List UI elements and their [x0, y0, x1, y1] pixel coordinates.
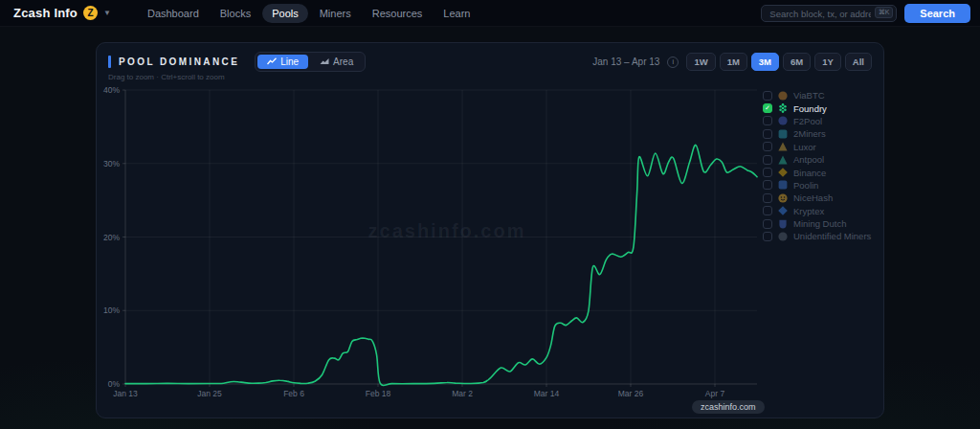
info-icon[interactable]: i: [667, 56, 679, 68]
legend-item-unidentified-miners[interactable]: Unidentified Miners: [763, 230, 876, 242]
chart-type-toggle: LineArea: [255, 52, 366, 72]
chevron-down-icon: ▼: [103, 9, 111, 17]
range-button-1m[interactable]: 1M: [720, 53, 747, 71]
checkbox-unchecked[interactable]: [763, 116, 772, 125]
legend-label: Poolin: [793, 180, 818, 191]
accent-bar: [108, 56, 111, 68]
svg-text:Mar 2: Mar 2: [452, 389, 473, 398]
legend-label: F2Pool: [793, 116, 822, 126]
legend-label: Kryptex: [793, 206, 824, 216]
poolin-icon: [778, 180, 788, 190]
svg-text:0%: 0%: [108, 379, 121, 389]
checkbox-checked[interactable]: ✓: [763, 103, 772, 113]
pool-legend: ViaBTC✓FoundryF2Pool2MinersLuxorAntpoolB…: [763, 89, 876, 243]
range-button-1y[interactable]: 1Y: [814, 53, 841, 71]
svg-text:Mar 14: Mar 14: [534, 389, 560, 398]
legend-label: 2Miners: [793, 128, 826, 139]
legend-label: Antpool: [793, 154, 824, 165]
brand[interactable]: Zcash Info Z ▼: [13, 6, 111, 20]
checkbox-unchecked[interactable]: [763, 91, 772, 101]
svg-text:zcashinfo.com: zcashinfo.com: [368, 220, 526, 241]
mining-dutch-icon: [778, 219, 788, 229]
svg-text:Feb 18: Feb 18: [366, 389, 391, 398]
svg-text:30%: 30%: [103, 159, 120, 169]
checkbox-unchecked[interactable]: [763, 142, 772, 151]
2miners-icon: [778, 129, 788, 139]
checkbox-unchecked[interactable]: [763, 219, 772, 229]
svg-text:Apr 7: Apr 7: [705, 389, 725, 398]
date-range-label: Jan 13 – Apr 13: [592, 56, 659, 67]
area-icon: [320, 56, 329, 67]
kryptex-icon: [778, 206, 788, 215]
svg-text:Mar 26: Mar 26: [618, 389, 644, 398]
legend-label: Luxor: [793, 142, 816, 152]
legend-label: Foundry: [793, 103, 827, 114]
card-title: POOL DOMINANCE: [119, 56, 239, 67]
site-watermark-badge: zcashinfo.com: [692, 400, 765, 414]
legend-item-nicehash[interactable]: NiceHash: [763, 192, 876, 204]
toggle-area-button[interactable]: Area: [310, 55, 363, 69]
brand-name: Zcash Info: [13, 6, 78, 20]
svg-text:40%: 40%: [103, 85, 120, 95]
foundry-icon: [778, 103, 788, 113]
legend-item-2miners[interactable]: 2Miners: [763, 127, 876, 140]
legend-item-mining-dutch[interactable]: Mining Dutch: [763, 217, 876, 230]
toggle-line-button[interactable]: Line: [257, 55, 308, 69]
checkbox-unchecked[interactable]: [763, 129, 772, 139]
nav-item-learn[interactable]: Learn: [434, 4, 479, 23]
legend-item-binance[interactable]: Binance: [763, 166, 876, 178]
legend-item-kryptex[interactable]: Kryptex: [763, 205, 876, 217]
binance-icon: [778, 168, 788, 177]
checkbox-unchecked[interactable]: [763, 180, 772, 190]
legend-label: Unidentified Miners: [793, 231, 871, 241]
legend-label: Mining Dutch: [793, 218, 846, 229]
range-button-6m[interactable]: 6M: [783, 53, 811, 71]
nicehash-icon: [778, 193, 788, 203]
legend-item-f2pool[interactable]: F2Pool: [763, 115, 876, 127]
legend-item-luxor[interactable]: Luxor: [763, 141, 876, 153]
keyboard-shortcut-badge: ⌘K: [875, 7, 894, 18]
pool-dominance-chart[interactable]: 0%10%20%30%40%Jan 13Jan 25Feb 6Feb 18Mar…: [97, 81, 872, 417]
svg-text:10%: 10%: [103, 305, 120, 315]
search-wrap: ⌘K: [761, 4, 897, 23]
topbar-right: ⌘K Search: [761, 4, 970, 23]
legend-label: Binance: [793, 168, 826, 178]
main-nav: DashboardBlocksPoolsMinersResourcesLearn: [138, 4, 480, 23]
search-button[interactable]: Search: [904, 4, 970, 23]
line-icon: [267, 56, 277, 67]
legend-label: ViaBTC: [793, 90, 825, 101]
checkbox-unchecked[interactable]: [763, 155, 772, 165]
nav-item-miners[interactable]: Miners: [310, 4, 361, 23]
svg-text:Jan 25: Jan 25: [197, 389, 222, 398]
checkbox-unchecked[interactable]: [763, 168, 772, 177]
zoom-hint-text: Drag to zoom · Ctrl+scroll to zoom: [108, 73, 225, 81]
luxor-icon: [778, 142, 788, 151]
checkbox-unchecked[interactable]: [763, 232, 772, 241]
zcash-coin-icon: Z: [83, 6, 98, 20]
unidentified-miners-icon: [778, 232, 788, 241]
pool-dominance-card: POOL DOMINANCE LineArea Jan 13 – Apr 13 …: [96, 42, 884, 418]
legend-item-antpool[interactable]: Antpool: [763, 153, 876, 166]
svg-text:Jan 13: Jan 13: [113, 389, 138, 398]
checkbox-unchecked[interactable]: [763, 206, 772, 215]
antpool-icon: [778, 155, 788, 165]
range-button-1w[interactable]: 1W: [686, 53, 715, 71]
svg-text:Feb 6: Feb 6: [283, 389, 304, 398]
nav-item-blocks[interactable]: Blocks: [211, 4, 260, 23]
legend-item-poolin[interactable]: Poolin: [763, 179, 876, 192]
top-navigation-bar: Zcash Info Z ▼ DashboardBlocksPoolsMiner…: [0, 0, 980, 27]
legend-item-foundry[interactable]: ✓Foundry: [763, 102, 876, 114]
nav-item-resources[interactable]: Resources: [363, 4, 433, 23]
nav-item-dashboard[interactable]: Dashboard: [138, 4, 209, 23]
f2pool-icon: [778, 116, 788, 125]
range-button-all[interactable]: All: [845, 53, 872, 71]
legend-label: NiceHash: [793, 192, 833, 203]
header-right-controls: Jan 13 – Apr 13 i 1W1M3M6M1YAll: [592, 53, 872, 71]
time-range-buttons: 1W1M3M6M1YAll: [686, 53, 872, 71]
range-button-3m[interactable]: 3M: [751, 53, 779, 71]
nav-item-pools[interactable]: Pools: [262, 4, 308, 23]
card-header: POOL DOMINANCE LineArea Jan 13 – Apr 13 …: [97, 43, 883, 72]
svg-text:20%: 20%: [103, 233, 120, 242]
legend-item-viabtc[interactable]: ViaBTC: [763, 89, 876, 102]
checkbox-unchecked[interactable]: [763, 193, 772, 203]
